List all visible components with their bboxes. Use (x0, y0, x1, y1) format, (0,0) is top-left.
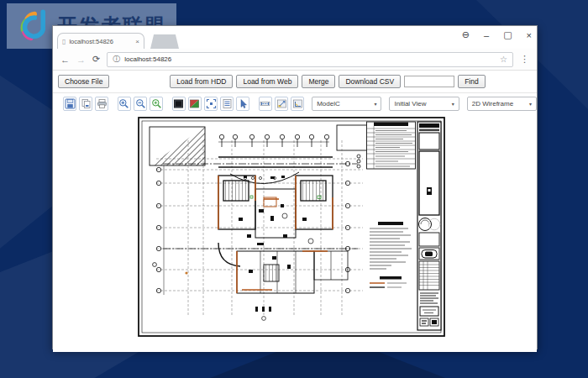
load-from-web-button[interactable]: Load from Web (236, 75, 298, 88)
chevron-down-icon: ▾ (374, 101, 376, 107)
fit-to-screen-button[interactable] (204, 97, 218, 111)
browser-titlebar: ▯ localhost:54826 × ⊖ – ▢ × (53, 26, 537, 49)
floor-plan-sheet (138, 117, 445, 337)
print-button[interactable] (95, 97, 108, 111)
browser-navbar: ← → ⟳ ⓘ localhost:54826 ☆ ⋮ (53, 49, 537, 71)
tab-title: localhost:54826 (69, 38, 132, 45)
color-view-icon (189, 98, 200, 109)
layout-select-value: ModelC (317, 100, 340, 108)
load-from-hdd-button[interactable]: Load from HDD (170, 75, 233, 88)
forward-icon[interactable]: → (76, 55, 86, 65)
view-select-value: Initial View (394, 100, 426, 108)
search-input[interactable] (404, 76, 454, 87)
zoom-in-icon (118, 98, 129, 109)
merge-button[interactable]: Merge (302, 75, 335, 88)
page-icon: ▯ (62, 38, 66, 45)
tab-close-icon[interactable]: × (135, 38, 139, 45)
fit-to-screen-icon (206, 98, 217, 109)
zoom-out-icon (135, 98, 146, 109)
copy-icon (81, 98, 92, 109)
dark-view-icon (173, 98, 184, 109)
choose-file-button[interactable]: Choose File (58, 75, 109, 88)
browser-menu-icon[interactable]: ⋮ (520, 54, 529, 65)
address-bar[interactable]: ⓘ localhost:54826 ☆ (107, 52, 513, 67)
zoom-extents-icon (151, 98, 162, 109)
new-tab-button[interactable] (150, 34, 179, 49)
profile-icon[interactable]: ⊖ (462, 29, 470, 40)
zoom-in-button[interactable] (118, 97, 131, 111)
browser-window: ▯ localhost:54826 × ⊖ – ▢ × ← → ⟳ ⓘ loca… (52, 25, 538, 349)
download-csv-button[interactable]: Download CSV (339, 75, 401, 88)
layers-button[interactable] (220, 97, 234, 111)
zoom-out-button[interactable] (134, 97, 147, 111)
drawing-canvas[interactable] (53, 114, 537, 352)
dark-background-button[interactable] (172, 97, 186, 111)
measure-area-button[interactable] (275, 97, 288, 111)
copy-button[interactable] (79, 97, 92, 111)
chevron-down-icon: ▾ (452, 101, 454, 107)
back-icon[interactable]: ← (60, 55, 70, 65)
refresh-icon[interactable]: ⟳ (92, 54, 100, 65)
save-button[interactable] (63, 97, 76, 111)
view-select[interactable]: Initial View ▾ (389, 97, 459, 111)
chevron-down-icon: ▾ (529, 101, 532, 107)
colorful-d-logo-icon (15, 9, 50, 43)
layers-icon (222, 98, 233, 109)
measure-distance-icon (260, 98, 270, 109)
window-controls: ⊖ – ▢ × (462, 29, 532, 40)
file-toolbar: Choose File Load from HDD Load from Web … (53, 71, 537, 92)
browser-tab[interactable]: ▯ localhost:54826 × (57, 33, 144, 49)
color-mode-button[interactable] (188, 97, 202, 111)
measure-angle-icon (292, 98, 303, 109)
bookmark-star-icon[interactable]: ☆ (500, 55, 507, 64)
style-select[interactable]: 2D Wireframe ▾ (467, 97, 537, 111)
select-cursor-button[interactable] (236, 97, 249, 111)
measure-distance-button[interactable] (259, 97, 272, 111)
info-icon[interactable]: ⓘ (113, 54, 120, 65)
save-icon (65, 98, 76, 109)
viewer-toolbar: ModelC ▾ Initial View ▾ 2D Wireframe ▾ (53, 93, 537, 114)
close-button[interactable]: × (527, 30, 532, 40)
select-cursor-icon (238, 98, 249, 109)
style-select-value: 2D Wireframe (472, 100, 513, 108)
measure-angle-button[interactable] (291, 97, 304, 111)
layout-select[interactable]: ModelC ▾ (312, 97, 381, 111)
zoom-extents-button[interactable] (150, 97, 163, 111)
url-text: localhost:54826 (124, 55, 496, 63)
print-icon (97, 98, 108, 109)
measure-area-icon (276, 98, 287, 109)
minimize-button[interactable]: – (484, 30, 489, 40)
find-button[interactable]: Find (458, 75, 486, 88)
maximize-button[interactable]: ▢ (503, 29, 512, 40)
